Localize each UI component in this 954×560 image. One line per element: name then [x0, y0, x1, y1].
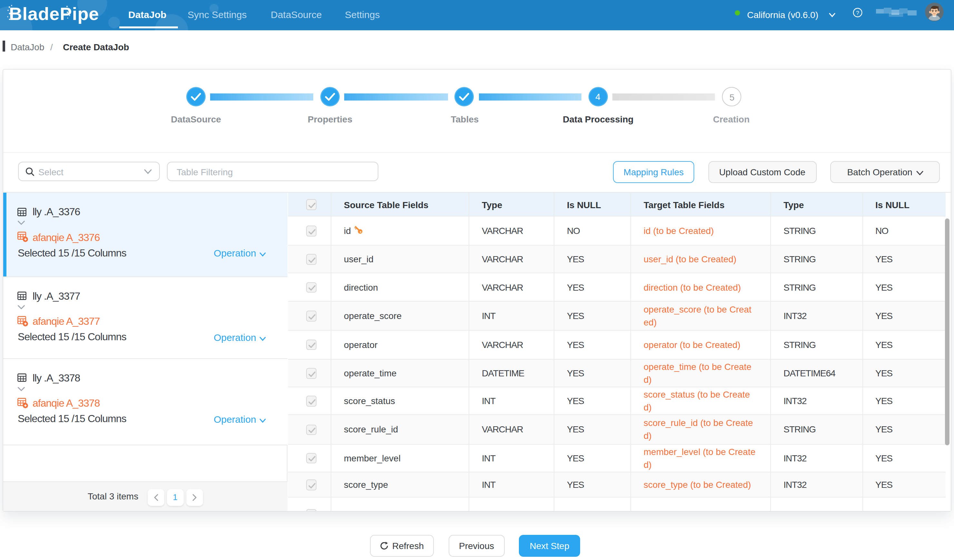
svg-text:?: ?	[856, 10, 859, 16]
